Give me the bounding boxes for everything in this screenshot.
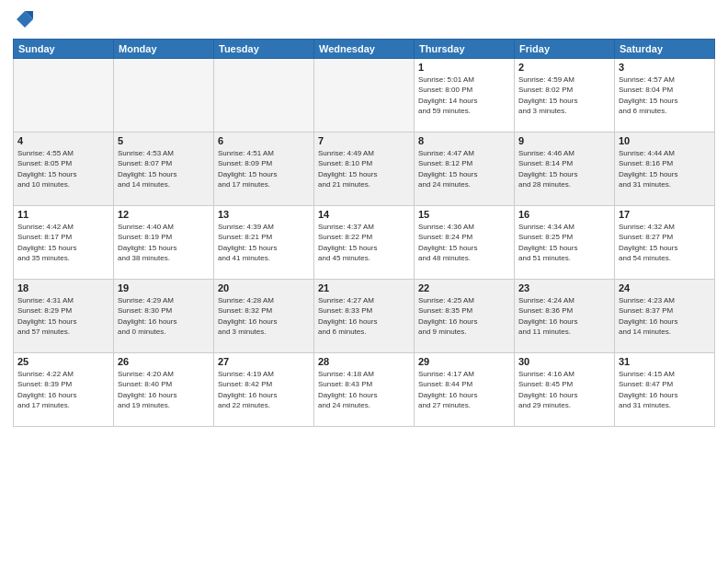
day-info: Sunrise: 4:15 AM Sunset: 8:47 PM Dayligh… bbox=[619, 369, 711, 411]
day-number: 6 bbox=[218, 135, 310, 146]
day-info: Sunrise: 4:55 AM Sunset: 8:05 PM Dayligh… bbox=[17, 148, 109, 190]
day-number: 12 bbox=[118, 209, 210, 220]
calendar-cell: 30Sunrise: 4:16 AM Sunset: 8:45 PM Dayli… bbox=[515, 352, 615, 426]
calendar-cell: 1Sunrise: 5:01 AM Sunset: 8:00 PM Daylig… bbox=[415, 58, 515, 132]
day-info: Sunrise: 4:53 AM Sunset: 8:07 PM Dayligh… bbox=[118, 148, 210, 190]
weekday-header-sunday: Sunday bbox=[14, 39, 114, 58]
calendar-cell: 8Sunrise: 4:47 AM Sunset: 8:12 PM Daylig… bbox=[415, 132, 515, 205]
calendar-cell: 6Sunrise: 4:51 AM Sunset: 8:09 PM Daylig… bbox=[214, 132, 314, 205]
day-number: 28 bbox=[318, 356, 410, 367]
calendar-cell: 18Sunrise: 4:31 AM Sunset: 8:29 PM Dayli… bbox=[14, 279, 114, 352]
day-info: Sunrise: 4:23 AM Sunset: 8:37 PM Dayligh… bbox=[619, 295, 711, 338]
calendar-cell: 17Sunrise: 4:32 AM Sunset: 8:27 PM Dayli… bbox=[615, 205, 715, 279]
day-number: 24 bbox=[619, 282, 711, 293]
logo bbox=[13, 9, 35, 33]
calendar-cell: 11Sunrise: 4:42 AM Sunset: 8:17 PM Dayli… bbox=[14, 205, 114, 279]
day-info: Sunrise: 4:32 AM Sunset: 8:27 PM Dayligh… bbox=[619, 222, 711, 264]
day-number: 8 bbox=[418, 135, 510, 146]
week-row-2: 11Sunrise: 4:42 AM Sunset: 8:17 PM Dayli… bbox=[14, 205, 715, 279]
day-number: 14 bbox=[318, 209, 410, 220]
day-number: 4 bbox=[17, 135, 109, 146]
logo-icon bbox=[15, 9, 35, 29]
calendar-cell: 13Sunrise: 4:39 AM Sunset: 8:21 PM Dayli… bbox=[214, 205, 314, 279]
day-number: 10 bbox=[619, 135, 711, 146]
day-info: Sunrise: 4:17 AM Sunset: 8:44 PM Dayligh… bbox=[418, 369, 510, 411]
calendar-cell: 3Sunrise: 4:57 AM Sunset: 8:04 PM Daylig… bbox=[615, 58, 715, 132]
calendar-cell bbox=[314, 58, 415, 132]
header bbox=[13, 9, 715, 33]
day-number: 18 bbox=[17, 282, 109, 293]
calendar-cell: 31Sunrise: 4:15 AM Sunset: 8:47 PM Dayli… bbox=[615, 352, 715, 426]
week-row-4: 25Sunrise: 4:22 AM Sunset: 8:39 PM Dayli… bbox=[14, 352, 715, 426]
calendar-cell: 25Sunrise: 4:22 AM Sunset: 8:39 PM Dayli… bbox=[14, 352, 114, 426]
calendar-table: SundayMondayTuesdayWednesdayThursdayFrid… bbox=[13, 39, 715, 427]
day-number: 31 bbox=[619, 356, 711, 367]
calendar-cell: 22Sunrise: 4:25 AM Sunset: 8:35 PM Dayli… bbox=[415, 279, 515, 352]
calendar-cell: 16Sunrise: 4:34 AM Sunset: 8:25 PM Dayli… bbox=[515, 205, 615, 279]
calendar-cell: 7Sunrise: 4:49 AM Sunset: 8:10 PM Daylig… bbox=[314, 132, 415, 205]
calendar-cell: 27Sunrise: 4:19 AM Sunset: 8:42 PM Dayli… bbox=[214, 352, 314, 426]
day-info: Sunrise: 4:31 AM Sunset: 8:29 PM Dayligh… bbox=[17, 295, 109, 338]
calendar-cell bbox=[114, 58, 214, 132]
day-number: 15 bbox=[418, 209, 510, 220]
day-info: Sunrise: 4:28 AM Sunset: 8:32 PM Dayligh… bbox=[218, 295, 310, 338]
day-number: 9 bbox=[518, 135, 610, 146]
day-info: Sunrise: 4:18 AM Sunset: 8:43 PM Dayligh… bbox=[318, 369, 410, 411]
day-info: Sunrise: 4:24 AM Sunset: 8:36 PM Dayligh… bbox=[518, 295, 610, 338]
day-number: 22 bbox=[418, 282, 510, 293]
day-number: 3 bbox=[619, 62, 711, 73]
day-number: 23 bbox=[518, 282, 610, 293]
week-row-1: 4Sunrise: 4:55 AM Sunset: 8:05 PM Daylig… bbox=[14, 132, 715, 205]
day-number: 29 bbox=[418, 356, 510, 367]
day-info: Sunrise: 4:39 AM Sunset: 8:21 PM Dayligh… bbox=[218, 222, 310, 264]
calendar-cell: 19Sunrise: 4:29 AM Sunset: 8:30 PM Dayli… bbox=[114, 279, 214, 352]
day-info: Sunrise: 4:40 AM Sunset: 8:19 PM Dayligh… bbox=[118, 222, 210, 264]
day-info: Sunrise: 4:22 AM Sunset: 8:39 PM Dayligh… bbox=[17, 369, 109, 411]
calendar-cell bbox=[214, 58, 314, 132]
day-info: Sunrise: 4:49 AM Sunset: 8:10 PM Dayligh… bbox=[318, 148, 410, 190]
calendar-cell: 28Sunrise: 4:18 AM Sunset: 8:43 PM Dayli… bbox=[314, 352, 415, 426]
day-info: Sunrise: 4:19 AM Sunset: 8:42 PM Dayligh… bbox=[218, 369, 310, 411]
day-number: 1 bbox=[418, 62, 510, 73]
weekday-header-row: SundayMondayTuesdayWednesdayThursdayFrid… bbox=[14, 39, 715, 58]
day-number: 21 bbox=[318, 282, 410, 293]
page: SundayMondayTuesdayWednesdayThursdayFrid… bbox=[0, 0, 728, 563]
day-number: 2 bbox=[518, 62, 610, 73]
weekday-header-monday: Monday bbox=[114, 39, 214, 58]
day-info: Sunrise: 4:37 AM Sunset: 8:22 PM Dayligh… bbox=[318, 222, 410, 264]
week-row-0: 1Sunrise: 5:01 AM Sunset: 8:00 PM Daylig… bbox=[14, 58, 715, 132]
day-info: Sunrise: 4:46 AM Sunset: 8:14 PM Dayligh… bbox=[518, 148, 610, 190]
day-info: Sunrise: 4:47 AM Sunset: 8:12 PM Dayligh… bbox=[418, 148, 510, 190]
day-number: 7 bbox=[318, 135, 410, 146]
calendar-cell: 24Sunrise: 4:23 AM Sunset: 8:37 PM Dayli… bbox=[615, 279, 715, 352]
calendar-cell: 2Sunrise: 4:59 AM Sunset: 8:02 PM Daylig… bbox=[515, 58, 615, 132]
day-number: 11 bbox=[17, 209, 109, 220]
weekday-header-wednesday: Wednesday bbox=[314, 39, 415, 58]
day-info: Sunrise: 4:29 AM Sunset: 8:30 PM Dayligh… bbox=[118, 295, 210, 338]
calendar-cell: 26Sunrise: 4:20 AM Sunset: 8:40 PM Dayli… bbox=[114, 352, 214, 426]
day-info: Sunrise: 4:59 AM Sunset: 8:02 PM Dayligh… bbox=[518, 75, 610, 117]
day-info: Sunrise: 4:27 AM Sunset: 8:33 PM Dayligh… bbox=[318, 295, 410, 338]
day-info: Sunrise: 4:44 AM Sunset: 8:16 PM Dayligh… bbox=[619, 148, 711, 190]
day-number: 25 bbox=[17, 356, 109, 367]
calendar-cell: 9Sunrise: 4:46 AM Sunset: 8:14 PM Daylig… bbox=[515, 132, 615, 205]
day-number: 19 bbox=[118, 282, 210, 293]
day-info: Sunrise: 4:16 AM Sunset: 8:45 PM Dayligh… bbox=[518, 369, 610, 411]
day-info: Sunrise: 4:25 AM Sunset: 8:35 PM Dayligh… bbox=[418, 295, 510, 338]
day-number: 17 bbox=[619, 209, 711, 220]
day-number: 16 bbox=[518, 209, 610, 220]
calendar-cell: 23Sunrise: 4:24 AM Sunset: 8:36 PM Dayli… bbox=[515, 279, 615, 352]
calendar-cell: 12Sunrise: 4:40 AM Sunset: 8:19 PM Dayli… bbox=[114, 205, 214, 279]
day-info: Sunrise: 4:34 AM Sunset: 8:25 PM Dayligh… bbox=[518, 222, 610, 264]
day-number: 5 bbox=[118, 135, 210, 146]
week-row-3: 18Sunrise: 4:31 AM Sunset: 8:29 PM Dayli… bbox=[14, 279, 715, 352]
calendar-cell: 29Sunrise: 4:17 AM Sunset: 8:44 PM Dayli… bbox=[415, 352, 515, 426]
day-info: Sunrise: 4:42 AM Sunset: 8:17 PM Dayligh… bbox=[17, 222, 109, 264]
calendar-cell: 4Sunrise: 4:55 AM Sunset: 8:05 PM Daylig… bbox=[14, 132, 114, 205]
day-number: 30 bbox=[518, 356, 610, 367]
calendar-cell: 21Sunrise: 4:27 AM Sunset: 8:33 PM Dayli… bbox=[314, 279, 415, 352]
day-info: Sunrise: 4:20 AM Sunset: 8:40 PM Dayligh… bbox=[118, 369, 210, 411]
day-number: 20 bbox=[218, 282, 310, 293]
day-number: 26 bbox=[118, 356, 210, 367]
calendar-cell bbox=[14, 58, 114, 132]
